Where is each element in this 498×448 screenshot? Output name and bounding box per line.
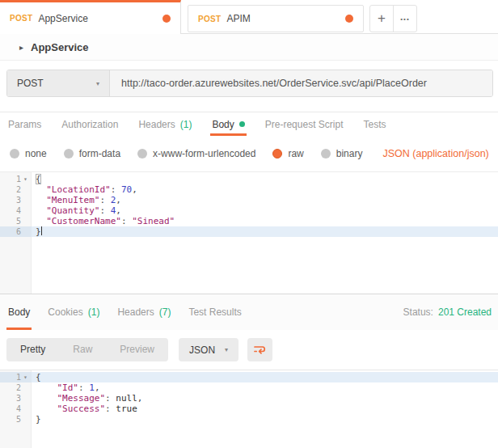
response-tab-headers[interactable]: Headers(7) bbox=[117, 294, 171, 330]
tab-authorization[interactable]: Authorization bbox=[61, 112, 118, 136]
line-number-cell: 6▾ bbox=[0, 226, 32, 237]
response-toolbar: PrettyRawPreview JSON ▾ bbox=[0, 330, 498, 370]
line-number: 2 bbox=[0, 184, 21, 195]
response-tab-test-results[interactable]: Test Results bbox=[188, 294, 241, 330]
method-badge: POST bbox=[10, 14, 32, 23]
code-text: "LocationId": 70, bbox=[32, 184, 498, 195]
tab-options-button[interactable]: ••• bbox=[393, 6, 416, 32]
fold-icon[interactable]: ▾ bbox=[21, 372, 30, 382]
disclosure-triangle-icon[interactable]: ▸ bbox=[19, 43, 23, 52]
status-value: 201 Created bbox=[438, 306, 492, 318]
code-line[interactable]: 3▾ "MenuItem": 2, bbox=[0, 195, 498, 205]
line-number: 1 bbox=[0, 174, 21, 184]
response-section-tabs: BodyCookies(1)Headers(7)Test Results Sta… bbox=[0, 294, 498, 330]
code-line[interactable]: 4▾ "Quantity": 4, bbox=[0, 205, 498, 216]
token-str: "MenuItem" bbox=[46, 195, 99, 205]
matching-brace: { bbox=[36, 174, 41, 184]
response-body-lines: 1▾{2▾ "Id": 1,3▾ "Message": null,4▾ "Suc… bbox=[0, 370, 498, 425]
body-mode-options: noneform-datax-www-form-urlencodedrawbin… bbox=[10, 148, 362, 159]
view-preview-button[interactable]: Preview bbox=[106, 338, 168, 361]
line-number: 3 bbox=[0, 393, 21, 404]
line-number: 4 bbox=[0, 404, 21, 414]
token-str: "Quantity" bbox=[46, 205, 99, 216]
token-plain: : bbox=[99, 195, 110, 205]
code-line[interactable]: 5▾} bbox=[0, 414, 498, 425]
new-tab-button[interactable]: + bbox=[370, 6, 393, 32]
tab-label: Cookies bbox=[48, 306, 82, 318]
request-name-header[interactable]: ▸ AppService bbox=[0, 34, 498, 61]
code-line[interactable]: 2▾ "Id": 1, bbox=[0, 382, 498, 393]
request-tab-appservice[interactable]: POSTAppService bbox=[0, 0, 181, 34]
code-text: "Id": 1, bbox=[32, 382, 498, 393]
token-plain: , bbox=[95, 382, 100, 393]
request-body-lines: 1▾{2▾ "LocationId": 70,3▾ "MenuItem": 2,… bbox=[0, 172, 498, 237]
token-plain bbox=[36, 216, 46, 226]
code-line[interactable]: 3▾ "Message": null, bbox=[0, 393, 498, 404]
code-line[interactable]: 1▾{ bbox=[0, 372, 498, 382]
body-mode-x-www-form-urlencoded[interactable]: x-www-form-urlencoded bbox=[137, 148, 255, 159]
line-number-cell: 5▾ bbox=[0, 414, 32, 425]
response-view-switch: PrettyRawPreview bbox=[6, 338, 168, 361]
line-number-cell: 4▾ bbox=[0, 404, 32, 414]
token-str: "Success" bbox=[57, 404, 106, 414]
line-number-cell: 2▾ bbox=[0, 382, 32, 393]
code-line[interactable]: 1▾{ bbox=[0, 174, 498, 184]
tab-pre-request-script[interactable]: Pre-request Script bbox=[265, 112, 344, 136]
body-mode-form-data[interactable]: form-data bbox=[64, 148, 120, 159]
tab-body[interactable]: Body bbox=[212, 112, 244, 136]
status-label: Status: bbox=[403, 306, 433, 318]
url-box: POST ▾ http://taco-order.azurewebsites.n… bbox=[6, 70, 493, 97]
code-text: } bbox=[32, 226, 498, 237]
request-body-editor[interactable]: 1▾{2▾ "LocationId": 70,3▾ "MenuItem": 2,… bbox=[0, 171, 498, 294]
response-body-editor[interactable]: 1▾{2▾ "Id": 1,3▾ "Message": null,4▾ "Suc… bbox=[0, 370, 498, 448]
request-name: AppService bbox=[31, 41, 89, 53]
code-line[interactable]: 2▾ "LocationId": 70, bbox=[0, 184, 498, 195]
response-format-value: JSON bbox=[189, 344, 215, 356]
body-mode-binary[interactable]: binary bbox=[321, 148, 363, 159]
mode-label: x-www-form-urlencoded bbox=[153, 148, 255, 159]
token-str: "LocationId" bbox=[46, 184, 110, 195]
token-plain bbox=[36, 184, 46, 195]
radio-icon bbox=[321, 149, 331, 158]
fold-icon[interactable]: ▾ bbox=[21, 174, 30, 184]
body-mode-none[interactable]: none bbox=[10, 148, 47, 159]
token-str: "CustomerName" bbox=[46, 216, 121, 226]
response-tab-cookies[interactable]: Cookies(1) bbox=[48, 294, 99, 330]
code-text: "Quantity": 4, bbox=[32, 205, 498, 216]
request-url-input[interactable]: http://taco-order.azurewebsites.net/Orde… bbox=[110, 70, 492, 96]
tab-params[interactable]: Params bbox=[8, 112, 41, 136]
method-badge: POST bbox=[198, 15, 221, 23]
code-line[interactable]: 6▾} bbox=[0, 226, 498, 237]
token-num: 1 bbox=[89, 382, 95, 393]
code-line[interactable]: 5▾ "CustomerName": "Sinead" bbox=[0, 216, 498, 226]
tab-headers[interactable]: Headers(1) bbox=[138, 112, 192, 136]
response-format-select[interactable]: JSON ▾ bbox=[179, 338, 238, 361]
code-text: { bbox=[32, 372, 498, 382]
body-mode-raw[interactable]: raw bbox=[272, 148, 303, 159]
word-wrap-button[interactable] bbox=[247, 338, 272, 361]
tab-count: (1) bbox=[180, 119, 192, 130]
response-tab-body[interactable]: Body bbox=[8, 294, 30, 330]
token-num: 70 bbox=[121, 184, 132, 195]
view-pretty-button[interactable]: Pretty bbox=[6, 338, 59, 361]
token-plain: , bbox=[137, 393, 143, 404]
token-plain: , bbox=[116, 195, 121, 205]
response-tabs-list: BodyCookies(1)Headers(7)Test Results bbox=[8, 294, 242, 330]
http-method-select[interactable]: POST ▾ bbox=[7, 70, 110, 96]
line-number-cell: 4▾ bbox=[0, 205, 32, 216]
token-kw: true bbox=[116, 404, 137, 414]
radio-icon bbox=[64, 149, 74, 158]
request-url-value: http://taco-order.azurewebsites.net/Orde… bbox=[121, 78, 427, 89]
mode-label: none bbox=[25, 148, 47, 159]
tab-label: Test Results bbox=[188, 306, 241, 318]
view-raw-button[interactable]: Raw bbox=[59, 338, 106, 361]
token-plain: , bbox=[116, 205, 121, 216]
code-text: "Success": true bbox=[32, 404, 498, 414]
code-line[interactable]: 4▾ "Success": true bbox=[0, 404, 498, 414]
tab-tests[interactable]: Tests bbox=[363, 112, 386, 136]
line-number: 6 bbox=[0, 226, 21, 237]
line-number-cell: 5▾ bbox=[0, 216, 32, 226]
request-tab-apim[interactable]: POSTAPIM bbox=[188, 5, 364, 32]
content-type-select[interactable]: JSON (application/json) bbox=[382, 148, 488, 159]
line-number-cell: 1▾ bbox=[0, 174, 32, 184]
